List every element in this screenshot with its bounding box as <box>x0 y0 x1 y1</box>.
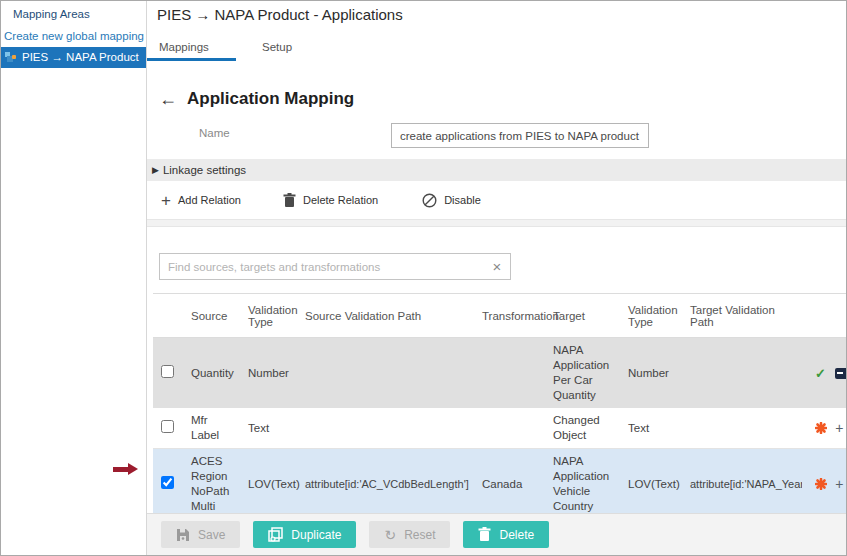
table-row-selected[interactable]: ACES Region NoPath Multi LOV(Text) attri… <box>153 449 847 520</box>
mapping-heading-row: ← Application Mapping <box>159 89 354 109</box>
relation-toolbar: + Add Relation Delete Relation Disable <box>147 181 846 219</box>
mapping-area-icon <box>5 51 17 63</box>
table-row[interactable]: Mfr Label Text Changed Object Text + ⋮ <box>153 408 847 449</box>
comment-icon[interactable] <box>835 368 847 379</box>
mandatory-burst-icon <box>815 422 827 434</box>
table-header-row: Source Validation Type Source Validation… <box>153 294 847 338</box>
col-target-validation-type: Validation Type <box>620 294 682 338</box>
add-relation-label: Add Relation <box>178 194 241 206</box>
duplicate-button[interactable]: Duplicate <box>253 521 356 548</box>
reset-button[interactable]: ↻ Reset <box>369 521 450 548</box>
linkage-settings-label: Linkage settings <box>163 164 246 176</box>
cell-target-validation-type: LOV(Text) <box>620 449 682 520</box>
cell-source-validation-path <box>297 338 474 409</box>
save-label: Save <box>198 528 225 542</box>
cell-transformation <box>474 408 545 449</box>
active-tab-indicator <box>147 58 236 61</box>
linkage-settings-toggle[interactable]: ▶ Linkage settings <box>147 159 846 181</box>
cell-target-validation-path <box>682 408 802 449</box>
back-arrow-icon[interactable]: ← <box>159 90 177 108</box>
duplicate-icon <box>268 527 283 542</box>
add-relation-button[interactable]: + Add Relation <box>161 192 241 209</box>
trash-icon <box>478 527 491 542</box>
mapping-heading: Application Mapping <box>187 89 354 109</box>
app-window: Mapping Areas Create new global mapping … <box>0 0 847 556</box>
add-icon[interactable]: + <box>835 477 843 492</box>
search-box: × <box>159 253 511 280</box>
sidebar-item-label: PIES → NAPA Product <box>22 51 139 63</box>
cell-target-validation-path: attribute[id:'NAPA_Year'] <box>682 449 802 520</box>
cell-source: ACES Region NoPath Multi <box>183 449 240 520</box>
save-icon <box>176 528 190 542</box>
mapping-name-input[interactable] <box>391 123 649 148</box>
valid-check-icon: ✓ <box>815 366 826 381</box>
cell-source-validation-path <box>297 408 474 449</box>
disable-button[interactable]: Disable <box>422 193 481 208</box>
row-checkbox[interactable] <box>161 476 174 489</box>
col-target-validation-path: Target Validation Path <box>682 294 802 338</box>
reset-label: Reset <box>404 528 435 542</box>
search-input[interactable] <box>160 261 484 273</box>
delete-relation-button[interactable]: Delete Relation <box>283 193 378 208</box>
cell-target-validation-type: Text <box>620 408 682 449</box>
col-source-validation-path: Source Validation Path <box>297 294 474 338</box>
col-transformation: Transformation <box>474 294 545 338</box>
section-divider <box>147 219 846 227</box>
table-row[interactable]: Quantity Number NAPA Application Per Car… <box>153 338 847 409</box>
cell-validation-type: LOV(Text) <box>240 449 297 520</box>
clear-search-icon[interactable]: × <box>484 258 510 275</box>
header-checkbox-col <box>153 294 183 338</box>
col-source: Source <box>183 294 240 338</box>
page-title: PIES → NAPA Product - Applications <box>157 6 403 23</box>
tab-setup[interactable]: Setup <box>236 37 346 65</box>
create-new-global-mapping-link[interactable]: Create new global mapping <box>1 26 146 47</box>
cell-target: NAPA Application Per Car Quantity <box>545 338 620 409</box>
cell-source: Quantity <box>183 338 240 409</box>
cell-source: Mfr Label <box>183 408 240 449</box>
cell-source-validation-path: attribute[id:'AC_VCdbBedLength'] <box>297 449 474 520</box>
cell-target-validation-path <box>682 338 802 409</box>
collapse-triangle-icon: ▶ <box>152 165 159 175</box>
col-validation-type: Validation Type <box>240 294 297 338</box>
reset-icon: ↻ <box>384 528 396 542</box>
save-button[interactable]: Save <box>161 521 240 548</box>
cell-target: NAPA Application Vehicle Country <box>545 449 620 520</box>
col-actions <box>802 294 847 338</box>
duplicate-label: Duplicate <box>291 528 341 542</box>
mandatory-burst-icon <box>815 478 827 490</box>
add-icon[interactable]: + <box>835 421 843 436</box>
plus-icon: + <box>161 192 171 209</box>
main-panel: PIES → NAPA Product - Applications Mappi… <box>147 1 846 555</box>
sidebar-title: Mapping Areas <box>1 1 146 26</box>
mapping-table: Source Validation Type Source Validation… <box>153 293 847 519</box>
annotation-arrow <box>113 463 139 475</box>
delete-relation-label: Delete Relation <box>303 194 378 206</box>
row-checkbox[interactable] <box>161 365 174 378</box>
name-row: Name <box>147 123 846 151</box>
disable-label: Disable <box>444 194 481 206</box>
cell-target-validation-type: Number <box>620 338 682 409</box>
delete-label: Delete <box>499 528 534 542</box>
row-checkbox[interactable] <box>161 420 174 433</box>
col-target: Target <box>545 294 620 338</box>
name-label: Name <box>199 127 230 139</box>
disable-icon <box>422 193 437 208</box>
delete-button[interactable]: Delete <box>463 521 549 548</box>
cell-target: Changed Object <box>545 408 620 449</box>
cell-transformation <box>474 338 545 409</box>
cell-transformation: Canada <box>474 449 545 520</box>
cell-validation-type: Text <box>240 408 297 449</box>
action-footer: Save Duplicate ↻ Reset Delete <box>147 513 846 555</box>
cell-validation-type: Number <box>240 338 297 409</box>
trash-icon <box>283 193 296 208</box>
sidebar-item-pies-napa-product[interactable]: PIES → NAPA Product <box>1 47 146 68</box>
